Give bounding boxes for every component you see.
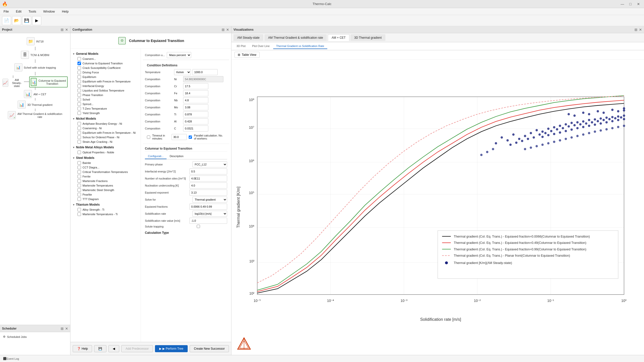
timeout-value[interactable] xyxy=(172,134,187,140)
cet-checkbox[interactable] xyxy=(77,62,81,65)
scheduler-pin-icon[interactable]: ⊞ xyxy=(61,327,64,331)
interfacial-checkbox[interactable] xyxy=(77,84,81,88)
timeout-checkbox[interactable] xyxy=(147,135,150,139)
event-log-text[interactable]: Event Log xyxy=(7,357,19,360)
node-AM-CET[interactable]: 📊✓ xyxy=(24,90,32,98)
solidification-rate-val-input[interactable] xyxy=(189,218,227,224)
equiaxed-exponent-input[interactable] xyxy=(189,190,227,196)
node-AM-steady[interactable]: 📈 xyxy=(3,79,8,87)
open-button[interactable]: 📂 xyxy=(12,16,21,25)
interfacial-energy-input[interactable] xyxy=(189,168,227,174)
optical-checkbox[interactable] xyxy=(77,151,81,154)
table-view-button[interactable]: ⊞ Table View xyxy=(234,52,260,58)
menu-help[interactable]: Help xyxy=(60,9,70,14)
viz-expand-icon[interactable]: ⊞ xyxy=(634,28,637,32)
new-button[interactable]: 📄 xyxy=(2,16,11,25)
maximize-button[interactable]: □ xyxy=(627,2,634,7)
general-models-section[interactable]: General Models xyxy=(72,52,139,56)
config-close-icon[interactable]: ✕ xyxy=(226,28,229,32)
equilibrium-checkbox[interactable] xyxy=(77,75,81,79)
node-CET[interactable]: 📊✓ xyxy=(31,78,37,86)
noble-models-section[interactable]: Noble Metal Alloys Models xyxy=(72,146,139,149)
menu-window[interactable]: Window xyxy=(42,9,56,14)
tzero-checkbox[interactable] xyxy=(77,107,81,110)
cet-tab-config[interactable]: Configurati... xyxy=(145,154,167,159)
cct-checkbox[interactable] xyxy=(77,166,81,169)
close-button[interactable]: ✕ xyxy=(635,2,642,7)
node-TCNI[interactable]: 🗄 xyxy=(21,51,29,59)
steel-models-section[interactable]: Steel Models xyxy=(72,156,139,160)
eq-freeze-checkbox[interactable] xyxy=(77,80,81,83)
pearlite-checkbox[interactable] xyxy=(77,193,81,196)
cet-tab-description[interactable]: Description xyxy=(167,154,186,159)
solute-trapping-checkbox[interactable] xyxy=(197,225,200,228)
viz-tab-AM-steady[interactable]: AM Steady-state xyxy=(233,34,263,41)
project-close-icon[interactable]: ✕ xyxy=(65,28,68,32)
scheduler-close-icon[interactable]: ✕ xyxy=(65,327,68,331)
equiaxed-fractions-input[interactable] xyxy=(189,204,227,210)
scheil-checkbox[interactable] xyxy=(77,98,81,101)
node-scheil[interactable]: 📊 xyxy=(14,63,22,71)
nickel-models-section[interactable]: Nickel Models xyxy=(72,117,139,120)
solvus-ni-checkbox[interactable] xyxy=(77,135,81,139)
node-IN718[interactable]: 📁 xyxy=(27,37,35,45)
menu-file[interactable]: File xyxy=(2,9,10,14)
node-3D-thermal[interactable]: 📊 xyxy=(18,101,26,109)
viz-close-icon[interactable]: ✕ xyxy=(639,28,642,32)
martensite-frac-checkbox[interactable] xyxy=(77,179,81,183)
comp-Cr-value[interactable] xyxy=(183,83,208,89)
solidification-rate-select[interactable]: log10(v) [m/s] v [m/s] xyxy=(192,211,227,217)
alloy-ti-checkbox[interactable] xyxy=(77,208,81,211)
apbe-checkbox[interactable] xyxy=(77,122,81,125)
temperature-value[interactable]: 1000.0 xyxy=(192,69,218,75)
nucleation-sites-input[interactable] xyxy=(189,175,227,182)
comp-Mo-value[interactable] xyxy=(183,104,208,110)
solve-for-select[interactable]: Thermal gradient Solidification rate xyxy=(192,197,227,203)
coarsening-ni-checkbox[interactable] xyxy=(77,126,81,130)
help-button[interactable]: ❓ Help xyxy=(73,345,92,352)
spinod-checkbox[interactable] xyxy=(77,102,81,106)
ctt-checkbox[interactable] xyxy=(77,170,81,174)
martensite-ti-checkbox[interactable] xyxy=(77,212,81,216)
perform-tree-button[interactable]: ▶ ▶ Perform Tree xyxy=(155,345,187,352)
viz-subtab-plot-over-line[interactable]: Plot Over Line xyxy=(249,43,273,49)
primary-phase-select[interactable]: FCC_L12 BCC_A2 xyxy=(192,161,227,167)
scheduled-jobs-item[interactable]: ⚙ Scheduled Jobs xyxy=(2,334,68,339)
eq-freeze-ni-checkbox[interactable] xyxy=(77,131,81,134)
viz-tab-AM-thermal[interactable]: AM Thermal Gradient & solidification rat… xyxy=(264,34,327,41)
ferrite-checkbox[interactable] xyxy=(77,175,81,178)
composition-unit-select[interactable]: Mass percent Mole percent Mass fraction … xyxy=(167,52,191,58)
crack-checkbox[interactable] xyxy=(77,66,81,70)
comp-Ni-value[interactable] xyxy=(183,76,223,82)
minimize-button[interactable]: — xyxy=(619,2,626,7)
yield-checkbox[interactable] xyxy=(77,111,81,115)
bainite-checkbox[interactable] xyxy=(77,161,81,165)
back-button[interactable]: ◀ xyxy=(108,345,119,352)
temperature-unit-select[interactable]: Kelvin Celsius xyxy=(174,69,191,75)
config-expand-icon[interactable]: ⊞ xyxy=(222,28,225,32)
node-AM-thermal[interactable]: 📈✓ xyxy=(8,111,16,119)
project-pin-icon[interactable]: ⊞ xyxy=(61,28,64,32)
save-button[interactable]: 💾 xyxy=(22,16,31,25)
strain-age-checkbox[interactable] xyxy=(77,140,81,144)
viz-subtab-3d-plot[interactable]: 3D Plot xyxy=(233,43,249,49)
run-button[interactable]: ▶ xyxy=(32,16,41,25)
add-predecessor-button[interactable]: Add Predecessor xyxy=(121,345,153,352)
comp-Nb-value[interactable] xyxy=(183,97,208,103)
martensite-temps-checkbox[interactable] xyxy=(77,184,81,187)
comp-C-value[interactable] xyxy=(183,125,208,131)
event-log-label[interactable]: ⬛ xyxy=(3,357,7,360)
nucleation-undercooling-input[interactable] xyxy=(189,183,227,189)
liq-sol-checkbox[interactable] xyxy=(77,89,81,92)
titanium-models-section[interactable]: Titanium Models xyxy=(72,203,139,206)
coarseni-checkbox[interactable] xyxy=(77,57,81,61)
ttt-checkbox[interactable] xyxy=(77,197,81,201)
phase-trans-checkbox[interactable] xyxy=(77,93,81,97)
martensite-strength-checkbox[interactable] xyxy=(77,188,81,192)
menu-edit[interactable]: Edit xyxy=(14,9,23,14)
viz-subtab-thermal-gradient[interactable]: Thermal Gradient vs Solidification Rate xyxy=(273,43,327,49)
viz-tab-3D-thermal[interactable]: 3D Thermal gradient xyxy=(350,34,385,41)
comp-Fe-value[interactable] xyxy=(183,90,208,96)
viz-tab-AM-CET[interactable]: AM + CET xyxy=(328,34,349,41)
driving-force-checkbox[interactable] xyxy=(77,71,81,74)
